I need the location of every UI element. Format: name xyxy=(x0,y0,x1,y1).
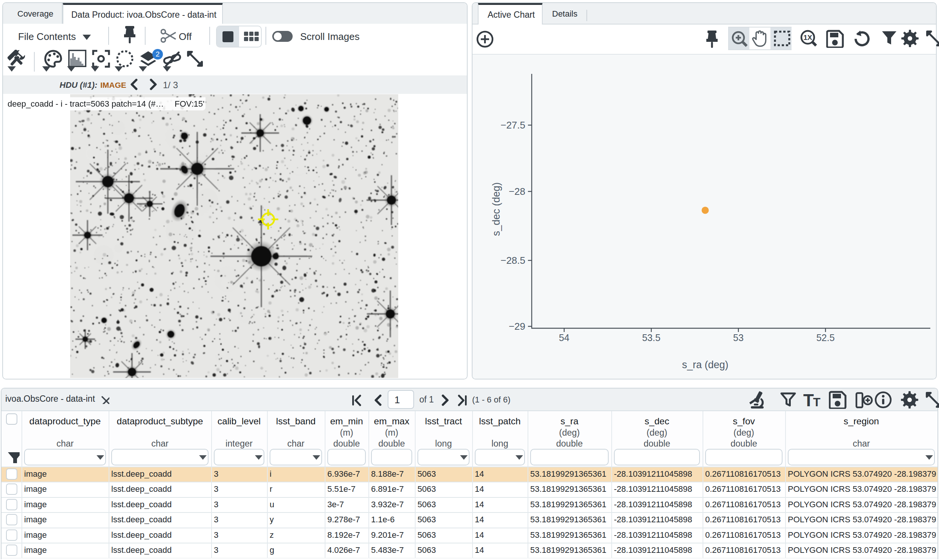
svg-text:1X: 1X xyxy=(803,34,812,42)
svg-text:−27.5: −27.5 xyxy=(500,120,525,131)
svg-text:−28: −28 xyxy=(509,186,525,197)
svg-text:s_ra (deg): s_ra (deg) xyxy=(682,359,728,371)
svg-text:T: T xyxy=(813,395,820,409)
svg-text:−29: −29 xyxy=(509,321,525,332)
svg-text:52.5: 52.5 xyxy=(816,332,835,343)
svg-text:54: 54 xyxy=(559,332,569,343)
svg-text:53: 53 xyxy=(733,332,744,343)
svg-text:s_dec (deg): s_dec (deg) xyxy=(490,182,502,236)
svg-text:−28.5: −28.5 xyxy=(500,255,525,266)
svg-text:T: T xyxy=(803,392,814,409)
svg-text:53.5: 53.5 xyxy=(642,332,661,343)
